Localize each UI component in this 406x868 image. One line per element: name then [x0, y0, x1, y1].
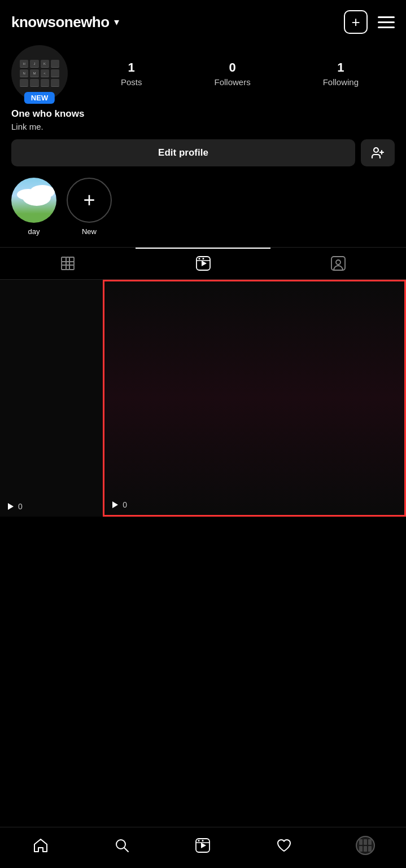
svg-point-15: [198, 258, 200, 259]
svg-point-27: [202, 840, 204, 841]
edit-profile-button[interactable]: Edit profile: [11, 139, 355, 166]
story-circle-day: [11, 178, 56, 223]
stats-row: 1 Posts 0 Followers 1 Following: [85, 60, 395, 87]
svg-rect-3: [62, 257, 66, 262]
reel-item-left[interactable]: 0: [0, 280, 103, 517]
profile-bio: Link me.: [11, 122, 395, 131]
content-area: 0 0: [0, 280, 406, 562]
nav-reels[interactable]: [186, 834, 220, 857]
svg-rect-5: [69, 257, 74, 262]
story-item-day[interactable]: day: [11, 178, 56, 236]
posts-label: Posts: [121, 77, 142, 87]
svg-marker-13: [202, 261, 207, 266]
svg-marker-24: [201, 843, 206, 848]
profile-name: One who knows: [11, 108, 395, 120]
svg-rect-4: [66, 257, 69, 262]
add-person-icon: [371, 146, 385, 160]
svg-marker-20: [112, 501, 118, 508]
nav-activity[interactable]: [267, 834, 301, 857]
profile-nav-icon: [356, 836, 375, 855]
search-icon: [114, 838, 130, 853]
nav-profile[interactable]: [348, 834, 382, 857]
action-buttons: Edit profile: [11, 139, 395, 166]
header-right: +: [344, 10, 395, 34]
chevron-down-icon[interactable]: ▾: [114, 16, 119, 28]
tagged-icon: [330, 255, 346, 271]
view-count-right: 0: [123, 500, 127, 509]
followers-count: 0: [229, 60, 235, 75]
bottom-spacer: [0, 562, 406, 618]
profile-section: H J K N M < NEW 1 Posts: [0, 39, 406, 166]
reel-counter-left: 0: [6, 502, 97, 511]
svg-line-22: [124, 848, 128, 852]
reels-icon: [195, 255, 211, 271]
story-item-new[interactable]: + New: [67, 178, 112, 236]
new-story-circle: +: [67, 178, 112, 223]
new-badge: NEW: [24, 92, 55, 104]
svg-point-16: [202, 258, 204, 259]
add-person-button[interactable]: [361, 139, 395, 166]
plus-icon: +: [351, 15, 360, 29]
story-label-new: New: [82, 227, 97, 236]
view-count-left: 0: [18, 502, 23, 511]
plus-story-icon: +: [83, 190, 95, 210]
tab-tagged[interactable]: [270, 248, 406, 279]
svg-rect-9: [62, 265, 66, 270]
tab-grid[interactable]: [0, 248, 136, 279]
play-icon-right: [110, 500, 119, 509]
svg-marker-19: [8, 503, 14, 510]
svg-point-0: [374, 148, 378, 152]
story-label-day: day: [28, 227, 40, 236]
menu-button[interactable]: [378, 16, 395, 28]
svg-point-21: [116, 840, 125, 849]
stat-following[interactable]: 1 Following: [323, 60, 359, 87]
profile-row: H J K N M < NEW 1 Posts: [11, 45, 395, 102]
following-count: 1: [337, 60, 344, 75]
play-icon-left: [6, 502, 15, 511]
svg-rect-11: [69, 265, 74, 270]
bottom-nav: [0, 827, 406, 868]
reels-nav-icon: [195, 838, 211, 853]
stories-row: day + New: [0, 178, 406, 236]
nav-search[interactable]: [105, 834, 139, 857]
add-content-button[interactable]: +: [344, 10, 368, 34]
stat-followers[interactable]: 0 Followers: [214, 60, 250, 87]
svg-rect-10: [66, 265, 69, 270]
stat-posts[interactable]: 1 Posts: [121, 60, 142, 87]
header-left: knowsonewho ▾: [11, 14, 119, 31]
tab-reels[interactable]: [136, 248, 271, 279]
reel-counter-right: 0: [110, 500, 399, 509]
header: knowsonewho ▾ +: [0, 0, 406, 39]
nav-home[interactable]: [24, 834, 58, 857]
following-label: Following: [323, 77, 359, 87]
heart-icon: [276, 838, 292, 853]
svg-point-26: [198, 840, 200, 841]
tabs-row: [0, 247, 406, 280]
username[interactable]: knowsonewho: [11, 14, 110, 31]
svg-point-18: [336, 260, 340, 265]
reel-item-right[interactable]: 0: [103, 280, 406, 517]
grid-icon: [60, 255, 76, 271]
avatar-wrap: H J K N M < NEW: [11, 45, 68, 102]
home-icon: [33, 838, 49, 853]
keyboard-art: H J K N M <: [14, 54, 65, 92]
svg-rect-17: [331, 257, 345, 270]
posts-count: 1: [128, 60, 135, 75]
followers-label: Followers: [214, 77, 250, 87]
